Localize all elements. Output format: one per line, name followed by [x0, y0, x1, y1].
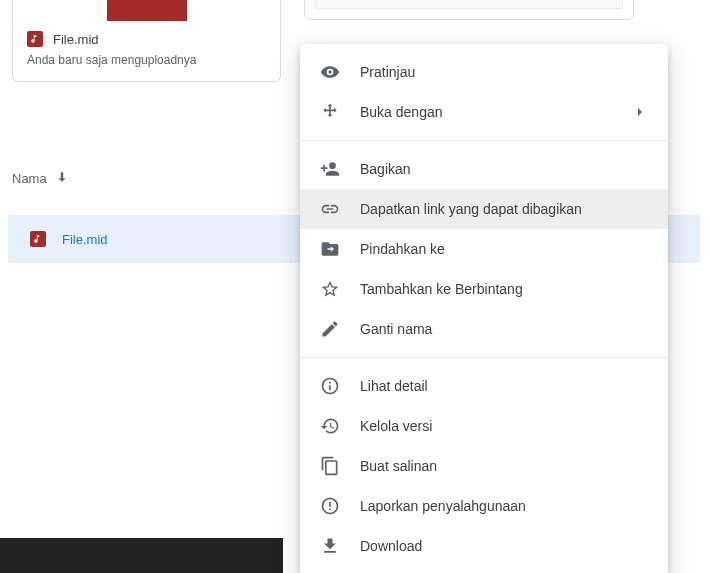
menu-label: Buka dengan — [360, 104, 612, 120]
menu-label: Pindahkan ke — [360, 241, 648, 257]
thumbnail-glyph: 0 — [158, 0, 178, 7]
menu-item-download[interactable]: Download — [300, 526, 668, 566]
report-icon — [320, 496, 340, 516]
menu-separator — [300, 140, 668, 141]
menu-label: Pratinjau — [360, 64, 648, 80]
menu-item-preview[interactable]: Pratinjau — [300, 52, 668, 92]
menu-label: Lihat detail — [360, 378, 648, 394]
sort-arrow-down-icon[interactable] — [55, 170, 69, 187]
menu-item-add-star[interactable]: Tambahkan ke Berbintang — [300, 269, 668, 309]
move-arrows-icon — [320, 102, 340, 122]
file-tile-subtitle: Anda baru saja menguploadnya — [27, 53, 266, 67]
menu-item-report[interactable]: Laporkan penyalahgunaan — [300, 486, 668, 526]
menu-label: Bagikan — [360, 161, 648, 177]
file-tile-filename: File.mid — [53, 32, 99, 47]
file-tile-meta: File.mid Anda baru saja menguploadnya — [13, 21, 280, 81]
copy-icon — [320, 456, 340, 476]
file-tile-name-row: File.mid — [27, 31, 266, 47]
file-tile-placeholder-inner — [315, 0, 623, 9]
menu-label: Ganti nama — [360, 321, 648, 337]
context-menu: Pratinjau Buka dengan Bagikan Dapatkan l… — [300, 44, 668, 573]
download-icon — [320, 536, 340, 556]
menu-label: Dapatkan link yang dapat dibagikan — [360, 201, 648, 217]
star-icon — [320, 279, 340, 299]
midi-file-icon — [30, 231, 46, 247]
menu-label: Laporkan penyalahgunaan — [360, 498, 648, 514]
menu-label: Kelola versi — [360, 418, 648, 434]
person-add-icon — [320, 159, 340, 179]
file-tile-placeholder — [304, 0, 634, 20]
history-icon — [320, 416, 340, 436]
folder-move-icon — [320, 239, 340, 259]
midi-file-icon — [27, 31, 43, 47]
menu-item-open-with[interactable]: Buka dengan — [300, 92, 668, 132]
footer-bar — [0, 538, 283, 573]
menu-separator — [300, 357, 668, 358]
info-icon — [320, 376, 340, 396]
menu-label: Tambahkan ke Berbintang — [360, 281, 648, 297]
chevron-right-icon — [632, 104, 648, 120]
file-thumbnail-area: 0 — [13, 0, 280, 21]
menu-item-details[interactable]: Lihat detail — [300, 366, 668, 406]
menu-label: Buat salinan — [360, 458, 648, 474]
menu-label: Download — [360, 538, 648, 554]
eye-icon — [320, 62, 340, 82]
menu-item-share[interactable]: Bagikan — [300, 149, 668, 189]
column-header-name[interactable]: Nama — [12, 171, 47, 186]
pencil-icon — [320, 319, 340, 339]
menu-item-versions[interactable]: Kelola versi — [300, 406, 668, 446]
menu-item-get-link[interactable]: Dapatkan link yang dapat dibagikan — [300, 189, 668, 229]
menu-item-copy[interactable]: Buat salinan — [300, 446, 668, 486]
link-icon — [320, 199, 340, 219]
file-thumbnail: 0 — [107, 0, 187, 21]
menu-item-rename[interactable]: Ganti nama — [300, 309, 668, 349]
file-tile[interactable]: 0 File.mid Anda baru saja menguploadnya — [12, 0, 281, 82]
file-row-filename: File.mid — [62, 232, 108, 247]
menu-item-move-to[interactable]: Pindahkan ke — [300, 229, 668, 269]
